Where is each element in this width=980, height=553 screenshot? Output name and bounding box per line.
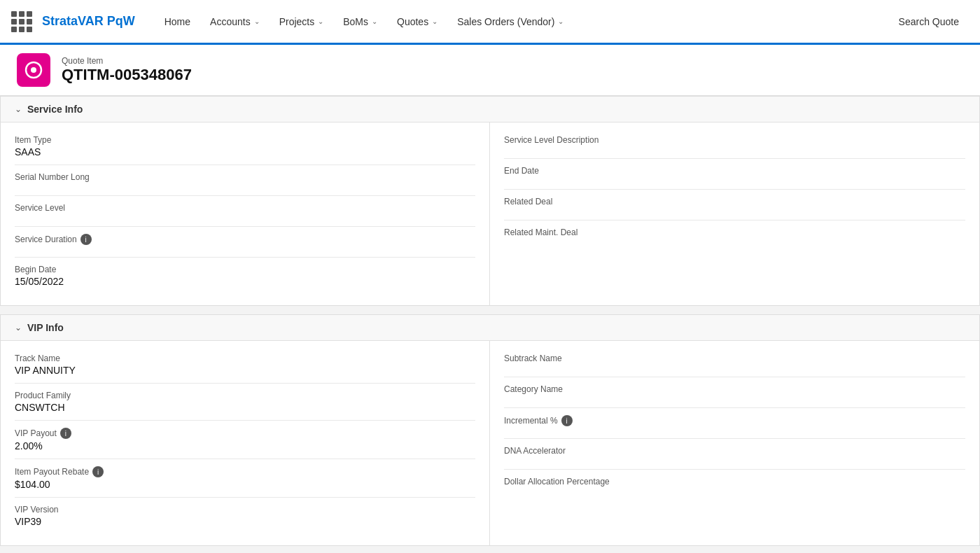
nav-home-label: Home xyxy=(164,16,190,27)
service-info-title: Service Info xyxy=(27,104,83,115)
nav-projects-label: Projects xyxy=(279,16,315,27)
navbar: StrataVAR PqW Home Accounts ⌄ Projects ⌄… xyxy=(0,0,980,45)
track-name-value: VIP ANNUITY xyxy=(15,365,475,376)
field-vip-payout: VIP Payout i 2.00% xyxy=(15,421,475,459)
related-maint-deal-label: Related Maint. Deal xyxy=(504,227,965,237)
nav-item-projects[interactable]: Projects ⌄ xyxy=(270,0,334,45)
vip-info-fields: Track Name VIP ANNUITY Product Family CN… xyxy=(1,341,979,545)
app-grid-icon[interactable] xyxy=(11,11,32,32)
record-header: Quote Item QTITM-005348067 xyxy=(0,45,980,96)
nav-boms-label: BoMs xyxy=(343,16,368,27)
item-payout-rebate-label: Item Payout Rebate i xyxy=(15,466,475,477)
vip-payout-label: VIP Payout i xyxy=(15,428,475,439)
record-id: QTITM-005348067 xyxy=(62,66,192,84)
service-info-right-col: Service Level Description End Date Relat… xyxy=(490,122,979,305)
item-type-value: SAAS xyxy=(15,146,475,158)
field-serial-number-long: Serial Number Long xyxy=(15,165,475,196)
field-service-duration: Service Duration i xyxy=(15,227,475,258)
dollar-allocation-pct-label: Dollar Allocation Percentage xyxy=(504,477,965,486)
vip-info-left-col: Track Name VIP ANNUITY Product Family CN… xyxy=(1,341,490,545)
nav-item-sales-orders[interactable]: Sales Orders (Vendor) ⌄ xyxy=(447,0,573,45)
service-info-left-col: Item Type SAAS Serial Number Long Servic… xyxy=(1,122,490,305)
service-level-description-label: Service Level Description xyxy=(504,135,965,145)
nav-accounts-label: Accounts xyxy=(210,16,251,27)
category-name-label: Category Name xyxy=(504,384,965,394)
service-level-label: Service Level xyxy=(15,203,475,213)
vip-payout-value: 2.00% xyxy=(15,440,475,451)
field-service-level-description: Service Level Description xyxy=(504,128,965,159)
field-product-family: Product Family CNSWTCH xyxy=(15,384,475,421)
field-related-deal: Related Deal xyxy=(504,190,965,220)
record-type-icon xyxy=(17,53,50,87)
content-area: ⌄ Service Info Item Type SAAS Serial Num… xyxy=(0,96,980,546)
service-info-section: ⌄ Service Info Item Type SAAS Serial Num… xyxy=(0,96,980,306)
item-payout-rebate-info-icon[interactable]: i xyxy=(92,466,104,477)
field-vip-version: VIP Version VIP39 xyxy=(15,498,475,534)
record-type-label: Quote Item xyxy=(62,56,192,66)
vip-version-value: VIP39 xyxy=(15,516,475,527)
field-incremental-pct: Incremental % i xyxy=(504,408,965,439)
product-family-value: CNSWTCH xyxy=(15,402,475,413)
field-dna-accelerator: DNA Accelerator xyxy=(504,439,965,470)
end-date-label: End Date xyxy=(504,166,965,176)
nav-item-home[interactable]: Home xyxy=(155,0,200,45)
field-track-name: Track Name VIP ANNUITY xyxy=(15,346,475,384)
service-duration-info-icon[interactable]: i xyxy=(80,234,92,245)
subtrack-name-label: Subtrack Name xyxy=(504,354,965,363)
service-info-header[interactable]: ⌄ Service Info xyxy=(1,97,979,122)
accounts-chevron-icon: ⌄ xyxy=(254,18,260,25)
field-subtrack-name: Subtrack Name xyxy=(504,346,965,377)
field-category-name: Category Name xyxy=(504,377,965,408)
sales-orders-chevron-icon: ⌄ xyxy=(558,18,564,25)
field-item-payout-rebate: Item Payout Rebate i $104.00 xyxy=(15,459,475,498)
field-item-type: Item Type SAAS xyxy=(15,128,475,165)
related-deal-label: Related Deal xyxy=(504,197,965,206)
dna-accelerator-label: DNA Accelerator xyxy=(504,446,965,456)
nav-item-boms[interactable]: BoMs ⌄ xyxy=(333,0,387,45)
nav-quotes-label: Quotes xyxy=(397,16,428,27)
nav-items: Home Accounts ⌄ Projects ⌄ BoMs ⌄ Quotes… xyxy=(155,0,889,43)
boms-chevron-icon: ⌄ xyxy=(372,18,377,25)
nav-search-label[interactable]: Search Quote xyxy=(889,16,969,27)
begin-date-label: Begin Date xyxy=(15,265,475,274)
nav-brand[interactable]: StrataVAR PqW xyxy=(42,14,135,29)
service-info-fields: Item Type SAAS Serial Number Long Servic… xyxy=(1,122,979,305)
vip-payout-info-icon[interactable]: i xyxy=(60,428,71,439)
field-begin-date: Begin Date 15/05/2022 xyxy=(15,258,475,294)
item-type-label: Item Type xyxy=(15,135,475,145)
vip-version-label: VIP Version xyxy=(15,505,475,514)
item-payout-rebate-value: $104.00 xyxy=(15,479,475,490)
service-info-chevron-icon: ⌄ xyxy=(15,104,22,114)
projects-chevron-icon: ⌄ xyxy=(318,18,323,25)
record-meta: Quote Item QTITM-005348067 xyxy=(62,56,192,84)
service-duration-label: Service Duration i xyxy=(15,234,475,245)
product-family-label: Product Family xyxy=(15,391,475,400)
vip-info-chevron-icon: ⌄ xyxy=(15,323,22,332)
svg-point-1 xyxy=(31,67,36,73)
vip-info-header[interactable]: ⌄ VIP Info xyxy=(1,315,979,341)
field-end-date: End Date xyxy=(504,159,965,190)
field-service-level: Service Level xyxy=(15,196,475,227)
incremental-pct-label: Incremental % i xyxy=(504,415,965,426)
nav-item-quotes[interactable]: Quotes ⌄ xyxy=(387,0,447,45)
track-name-label: Track Name xyxy=(15,354,475,363)
begin-date-value: 15/05/2022 xyxy=(15,276,475,287)
vip-info-section: ⌄ VIP Info Track Name VIP ANNUITY Produc… xyxy=(0,314,980,546)
vip-info-title: VIP Info xyxy=(27,322,64,333)
incremental-pct-info-icon[interactable]: i xyxy=(561,415,573,426)
serial-number-long-label: Serial Number Long xyxy=(15,172,475,182)
nav-sales-orders-label: Sales Orders (Vendor) xyxy=(457,16,554,27)
nav-item-accounts[interactable]: Accounts ⌄ xyxy=(200,0,270,45)
vip-info-right-col: Subtrack Name Category Name Incremental … xyxy=(490,341,979,545)
field-related-maint-deal: Related Maint. Deal xyxy=(504,220,965,251)
quotes-chevron-icon: ⌄ xyxy=(432,18,438,25)
field-dollar-allocation-pct: Dollar Allocation Percentage xyxy=(504,470,965,500)
